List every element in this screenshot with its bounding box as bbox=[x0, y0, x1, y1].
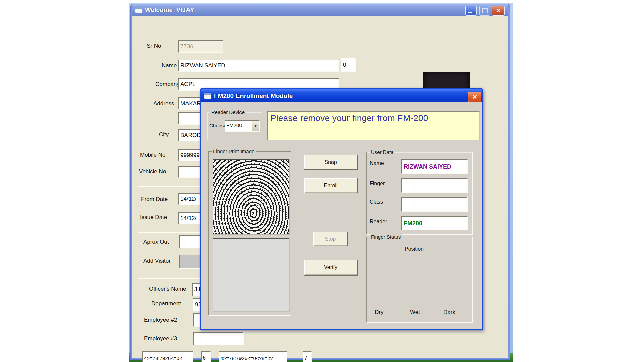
reader-device-group-label: Reader Device bbox=[210, 109, 246, 115]
verify-button[interactable]: Verify bbox=[304, 260, 358, 275]
welcome-titlebar[interactable]: Welcome VIJAY bbox=[132, 4, 508, 16]
finger-status-group-label: Finger Status bbox=[370, 234, 402, 240]
count-field-2[interactable] bbox=[303, 351, 312, 362]
name-count-field[interactable] bbox=[341, 58, 356, 72]
user-class-field[interactable] bbox=[401, 197, 468, 212]
fm200-close-button[interactable]: ✕ bbox=[468, 92, 481, 102]
stop-button[interactable]: Stop bbox=[313, 232, 348, 246]
maximize-button[interactable] bbox=[479, 6, 490, 16]
position-label: Position bbox=[405, 246, 424, 252]
fingerprint-image bbox=[213, 159, 290, 235]
fingerprint-preview-empty bbox=[213, 238, 290, 312]
employee2-label: Employee #2 bbox=[144, 317, 177, 323]
code-field-2[interactable] bbox=[219, 351, 287, 362]
employee3-label: Employee #3 bbox=[144, 335, 177, 342]
city-label: City bbox=[159, 131, 169, 138]
wet-label: Wet bbox=[410, 309, 420, 316]
department-label: Department bbox=[151, 300, 181, 307]
employee3-field[interactable] bbox=[193, 332, 244, 345]
status-message: Please remove your finger from FM-200 bbox=[270, 113, 428, 123]
close-button[interactable]: ✕ bbox=[492, 6, 505, 16]
form-icon bbox=[135, 7, 142, 13]
user-data-group-label: User Data bbox=[370, 149, 395, 155]
user-finger-field[interactable] bbox=[401, 178, 468, 193]
sr-no-field[interactable] bbox=[178, 40, 223, 53]
user-class-label: Class bbox=[370, 199, 383, 205]
add-visitor-label: Add Visitor bbox=[143, 258, 171, 264]
reader-device-selected: FM200 bbox=[225, 121, 252, 131]
fm200-window-title: FM200 Enrollment Module bbox=[214, 92, 293, 100]
choose-label: Choose bbox=[209, 123, 227, 128]
snap-button[interactable]: Snap bbox=[304, 155, 358, 170]
count-field-1[interactable] bbox=[201, 351, 211, 362]
user-name-field[interactable] bbox=[401, 159, 468, 174]
name-field[interactable] bbox=[178, 60, 339, 72]
user-reader-field[interactable] bbox=[401, 216, 468, 230]
reader-device-combobox[interactable]: FM200 ▼ bbox=[225, 120, 260, 132]
fm200-enrollment-window: FM200 Enrollment Module ✕ Reader Device … bbox=[200, 88, 483, 330]
dark-label: Dark bbox=[443, 309, 455, 316]
mobile-no-label: Mobile No bbox=[140, 152, 166, 158]
officers-name-label: Officer's Name bbox=[149, 286, 186, 292]
address-label: Address bbox=[153, 100, 174, 107]
user-finger-label: Finger bbox=[370, 181, 385, 187]
close-icon: ✕ bbox=[496, 8, 501, 14]
dropdown-button[interactable]: ▼ bbox=[252, 121, 259, 131]
company-label: Company bbox=[155, 81, 180, 88]
close-icon: ✕ bbox=[472, 94, 477, 100]
form-icon bbox=[204, 93, 211, 99]
dry-label: Dry bbox=[375, 309, 383, 316]
chevron-down-icon: ▼ bbox=[254, 124, 257, 128]
issue-date-label: Issue Date bbox=[140, 214, 167, 221]
fm200-titlebar[interactable]: FM200 Enrollment Module bbox=[201, 89, 482, 102]
welcome-window-title: Welcome VIJAY bbox=[145, 6, 194, 14]
screen: Welcome VIJAY ✕ Sr No Name Company Addre… bbox=[0, 0, 644, 362]
user-reader-label: Reader bbox=[370, 219, 387, 225]
aprox-out-label: Aprox Out bbox=[143, 239, 169, 245]
vehicle-no-label: Vehicle No bbox=[139, 168, 166, 175]
code-field-1[interactable] bbox=[142, 351, 193, 362]
fingerprint-group-label: Finger Print Image bbox=[212, 148, 256, 154]
from-date-label: From Date bbox=[141, 196, 168, 203]
sr-no-label: Sr No bbox=[147, 43, 161, 49]
user-name-label: Name bbox=[370, 160, 384, 166]
name-label: Name bbox=[162, 62, 177, 69]
status-message-panel: Please remove your finger from FM-200 bbox=[267, 111, 480, 140]
fm200-client-area: Reader Device Choose FM200 ▼ Please remo… bbox=[201, 102, 482, 329]
enroll-button[interactable]: Enroll bbox=[304, 178, 358, 193]
minimize-button[interactable] bbox=[465, 6, 477, 16]
